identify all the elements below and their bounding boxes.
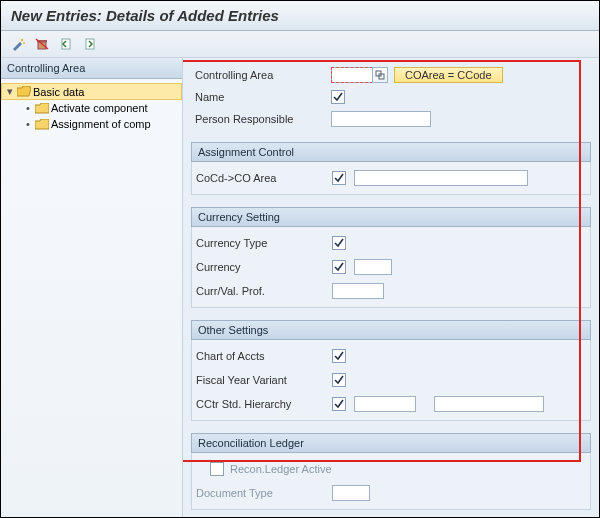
recon-active-checkbox[interactable] [210, 462, 224, 476]
fyv-checkbox[interactable] [332, 373, 346, 387]
group-title: Currency Setting [191, 207, 591, 227]
cocd-checkbox[interactable] [332, 171, 346, 185]
currency-input[interactable] [354, 259, 392, 275]
coarea-badge: COArea = CCode [394, 67, 503, 83]
folder-open-icon [17, 86, 31, 97]
row-fiscal-year-variant: Fiscal Year Variant [192, 368, 590, 392]
group-assignment-control: Assignment Control CoCd->CO Area [191, 142, 591, 195]
nav-tree: ▾ Basic data • Activate component • Assi… [1, 79, 182, 132]
main: Controlling Area ▾ Basic data • Activate… [1, 58, 599, 518]
group-body: Currency Type Currency Curr/Val. Prof. [191, 227, 591, 308]
doctype-input[interactable] [332, 485, 370, 501]
tree-node-assignment[interactable]: • Assignment of comp [1, 116, 182, 132]
group-other-settings: Other Settings Chart of Accts Fiscal Yea… [191, 320, 591, 421]
name-checkbox[interactable] [331, 90, 345, 104]
group-body: CoCd->CO Area [191, 162, 591, 195]
cctr-input[interactable] [354, 396, 416, 412]
group-body: Recon.Ledger Active Document Type [191, 453, 591, 510]
content: Controlling Area COArea = CCode Name Per… [183, 58, 599, 518]
label-cocd: CoCd->CO Area [192, 172, 332, 184]
group-reconciliation-ledger: Reconciliation Ledger Recon.Ledger Activ… [191, 433, 591, 510]
tree-node-label: Activate component [51, 102, 148, 114]
row-name: Name [191, 86, 591, 108]
cvp-input[interactable] [332, 283, 384, 299]
group-body: Chart of Accts Fiscal Year Variant CCtr … [191, 340, 591, 421]
label-person: Person Responsible [191, 113, 331, 125]
tree-node-label: Assignment of comp [51, 118, 151, 130]
svg-point-0 [21, 39, 23, 41]
group-title: Assignment Control [191, 142, 591, 162]
label-doctype: Document Type [192, 487, 332, 499]
sidebar-header: Controlling Area [1, 58, 182, 79]
chevron-down-icon[interactable]: ▾ [5, 85, 15, 98]
row-document-type: Document Type [192, 481, 590, 505]
folder-icon [35, 119, 49, 130]
row-person: Person Responsible [191, 108, 591, 130]
row-currency: Currency [192, 255, 590, 279]
label-fyv: Fiscal Year Variant [192, 374, 332, 386]
controlling-area-input[interactable] [331, 67, 373, 83]
currency-type-checkbox[interactable] [332, 236, 346, 250]
row-curr-val-prof: Curr/Val. Prof. [192, 279, 590, 303]
tool-prev-icon[interactable] [57, 35, 75, 53]
svg-point-1 [23, 42, 25, 44]
row-chart-of-accts: Chart of Accts [192, 344, 590, 368]
coa-checkbox[interactable] [332, 349, 346, 363]
cctr-input-2[interactable] [434, 396, 544, 412]
bullet-icon: • [23, 102, 33, 114]
title-bar: New Entries: Details of Added Entries [1, 1, 599, 31]
label-cctr: CCtr Std. Hierarchy [192, 398, 332, 410]
tool-next-icon[interactable] [81, 35, 99, 53]
group-currency-setting: Currency Setting Currency Type Currency … [191, 207, 591, 308]
cocd-input[interactable] [354, 170, 528, 186]
row-controlling-area: Controlling Area COArea = CCode [191, 64, 591, 86]
tool-wand-icon[interactable] [9, 35, 27, 53]
toolbar [1, 31, 599, 58]
cctr-checkbox[interactable] [332, 397, 346, 411]
label-cvp: Curr/Val. Prof. [192, 285, 332, 297]
row-cctr-hierarchy: CCtr Std. Hierarchy [192, 392, 590, 416]
sidebar: Controlling Area ▾ Basic data • Activate… [1, 58, 183, 518]
tree-node-basic-data[interactable]: ▾ Basic data [1, 83, 182, 100]
folder-icon [35, 103, 49, 114]
tree-node-label: Basic data [33, 86, 84, 98]
label-name: Name [191, 91, 331, 103]
label-coa: Chart of Accts [192, 350, 332, 362]
label-recon-active: Recon.Ledger Active [224, 463, 332, 475]
row-cocd: CoCd->CO Area [192, 166, 590, 190]
group-title: Reconciliation Ledger [191, 433, 591, 453]
page-title: New Entries: Details of Added Entries [11, 7, 589, 24]
person-input[interactable] [331, 111, 431, 127]
label-controlling-area: Controlling Area [191, 69, 331, 81]
label-currency-type: Currency Type [192, 237, 332, 249]
row-currency-type: Currency Type [192, 231, 590, 255]
f4-help-button[interactable] [372, 67, 388, 83]
row-recon-active: Recon.Ledger Active [192, 457, 590, 481]
tree-node-activate[interactable]: • Activate component [1, 100, 182, 116]
label-currency: Currency [192, 261, 332, 273]
tool-delete-icon[interactable] [33, 35, 51, 53]
currency-checkbox[interactable] [332, 260, 346, 274]
bullet-icon: • [23, 118, 33, 130]
group-title: Other Settings [191, 320, 591, 340]
